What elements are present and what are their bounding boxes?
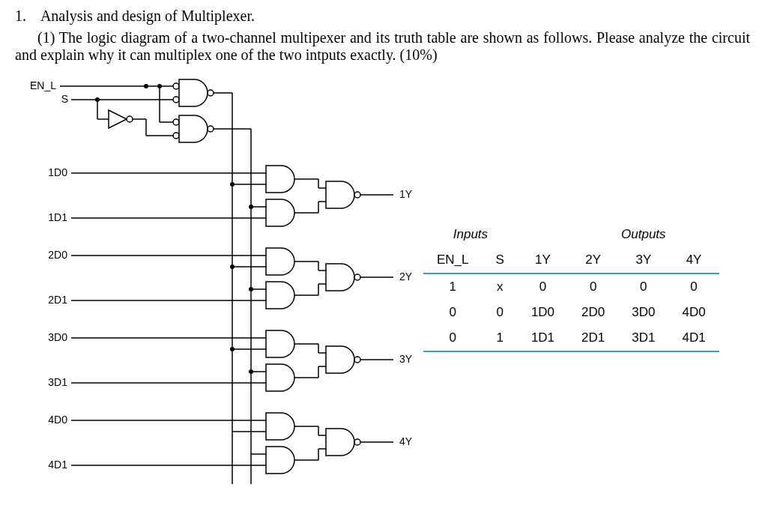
part-label: (1): [37, 29, 55, 46]
question-title: 1. Analysis and design of Multiplexer.: [15, 7, 750, 25]
col-4y: 4Y: [668, 247, 719, 273]
label-2d0: 2D0: [48, 249, 67, 261]
table-row: 0 0 1D0 2D0 3D0 4D0: [423, 300, 719, 325]
table-row: 0 1 1D1 2D1 3D1 4D1: [423, 325, 719, 351]
question-number: 1.: [15, 7, 37, 25]
label-4d0: 4D0: [48, 414, 67, 426]
col-s: S: [483, 247, 518, 273]
label-s: S: [61, 93, 68, 105]
table-row: 1 x 0 0 0 0: [423, 273, 719, 300]
col-1y: 1Y: [518, 247, 568, 273]
label-4y: 4Y: [399, 435, 413, 447]
col-2y: 2Y: [568, 247, 618, 273]
label-enl: EN_L: [30, 79, 56, 91]
question-body-text: The logic diagram of a two-channel multi…: [15, 29, 750, 63]
label-3y: 3Y: [399, 353, 413, 365]
col-3y: 3Y: [618, 247, 668, 273]
label-3d0: 3D0: [48, 331, 67, 343]
label-1d0: 1D0: [48, 166, 67, 178]
question-body: (1) The logic diagram of a two-channel m…: [15, 29, 750, 64]
logic-diagram: EN_L S 1D0: [26, 76, 423, 503]
col-enl: EN_L: [423, 247, 483, 273]
label-2d1: 2D1: [48, 294, 67, 306]
truth-table: Inputs Outputs EN_L S 1Y 2Y 3Y 4Y 1 x 0 …: [423, 222, 719, 352]
label-2y: 2Y: [399, 270, 413, 282]
th-outputs: Outputs: [568, 222, 719, 247]
label-4d1: 4D1: [48, 459, 67, 471]
label-1y: 1Y: [399, 188, 413, 200]
question-title-text: Analysis and design of Multiplexer.: [40, 7, 255, 24]
label-3d1: 3D1: [48, 376, 67, 388]
label-1d1: 1D1: [48, 211, 67, 223]
th-inputs: Inputs: [423, 222, 518, 247]
